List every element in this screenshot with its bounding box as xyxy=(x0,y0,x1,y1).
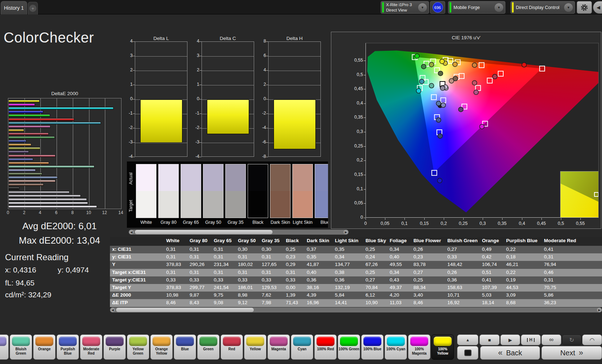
collapse-panel-button[interactable]: ◀ xyxy=(593,1,602,14)
swatch-strip-scrollbar[interactable]: ◀ ▶ xyxy=(129,230,349,235)
new-tab-button[interactable]: + xyxy=(28,2,38,14)
continuous-measure-button[interactable]: ∞ xyxy=(541,334,561,345)
patch-button-purplish-blue[interactable]: Purplish Blue xyxy=(57,334,79,360)
table-cell: 0,22 xyxy=(504,269,542,276)
display-control-button[interactable]: Direct Display Control ▼ xyxy=(510,1,575,14)
table-cell: 3,40 xyxy=(411,292,445,299)
table-cell: 49,55 xyxy=(388,261,411,268)
table-cell: 0,51 xyxy=(480,269,504,276)
gridline xyxy=(135,71,187,71)
table-cell: 0,40 xyxy=(388,253,411,261)
settings-button[interactable] xyxy=(577,1,592,14)
swatch-target xyxy=(248,191,268,218)
next-button[interactable]: Next » xyxy=(541,346,602,360)
target-marker xyxy=(498,71,503,76)
collapse-up-button[interactable]: ▲ xyxy=(457,334,478,345)
patch-button-purple[interactable]: Purple xyxy=(103,334,126,360)
meter-select-button[interactable]: X-Rite i1Pro 3 Direct View ▼ xyxy=(381,1,429,14)
table-cell: 0,31 xyxy=(187,253,212,261)
patch-button-bluish-green[interactable]: Bluish Green xyxy=(10,334,32,360)
scroll-left-icon[interactable]: ◀ xyxy=(110,308,115,312)
chevron-down-icon[interactable]: ▼ xyxy=(418,3,427,12)
table-cell: 0,00 xyxy=(284,284,305,292)
swatch-name: Gray 50 xyxy=(203,220,223,225)
table-cell: 4,20 xyxy=(388,292,411,299)
patch-button-yellow-green[interactable]: Yellow Green xyxy=(127,334,149,360)
patch-button-yellow[interactable]: Yellow xyxy=(244,334,266,360)
table-cell: 0,36 xyxy=(445,276,480,284)
chevron-down-icon[interactable]: ▼ xyxy=(564,3,573,12)
measured-marker xyxy=(492,74,497,79)
table-cell: 0,27 xyxy=(411,269,445,276)
patch-button-blue[interactable]: Blue xyxy=(174,334,196,360)
tick-mark xyxy=(266,128,268,128)
pattern-window-button[interactable] xyxy=(457,346,478,360)
patch-button-100-red[interactable]: 100% Red xyxy=(314,334,337,360)
cie-xtick: 0,25 xyxy=(455,221,471,226)
back-button[interactable]: « Back xyxy=(480,346,540,360)
cie-xtick: 0,45 xyxy=(534,221,549,226)
pattern-source-button[interactable]: Mobile Forge ▼ xyxy=(448,1,505,14)
delta-ytick: -1 xyxy=(187,111,199,116)
gear-icon xyxy=(580,4,588,12)
table-row: Y378,83290,26231,34180,02127,650,2941,87… xyxy=(110,261,602,268)
table-cell: 70,75 xyxy=(542,284,602,292)
delta-chart-delta-c xyxy=(202,41,254,157)
table-cell: 44,53 xyxy=(504,284,542,292)
patch-button-100-yellow[interactable]: 100% Yellow xyxy=(431,334,454,360)
deltae-xtick: 10 xyxy=(83,210,94,215)
source-status-bar xyxy=(450,2,451,13)
patch-button-100-blue[interactable]: 100% Blue xyxy=(361,334,384,360)
cie-ytick: 0,05 xyxy=(348,200,363,205)
target-marker xyxy=(479,63,484,68)
patch-button-100-magenta[interactable]: 100% Magenta xyxy=(408,334,430,360)
tick-mark xyxy=(364,117,366,118)
patch-button-orange[interactable]: Orange xyxy=(33,334,56,360)
tab-history-1[interactable]: History 1 xyxy=(1,1,27,14)
patch-button-red[interactable]: Red xyxy=(221,334,243,360)
patch-button-100-green[interactable]: 100% Green xyxy=(338,334,360,360)
patch-color xyxy=(35,337,53,346)
cie-title: CIE 1976 u'v' xyxy=(331,35,601,40)
meter-status-bar xyxy=(382,2,384,13)
deltae-xtick: 2 xyxy=(19,210,30,215)
delta-ytick: 3 xyxy=(187,53,199,58)
delta-ytick: 1 xyxy=(187,82,199,87)
current-reading-label: Current Reading xyxy=(5,252,68,262)
table-scrollbar[interactable]: ◀ ▶ xyxy=(110,307,602,312)
measured-marker xyxy=(416,89,421,93)
patch-button-green[interactable]: Green xyxy=(197,334,220,360)
scroll-left-icon[interactable]: ◀ xyxy=(129,230,134,234)
patch-color xyxy=(199,337,217,346)
gridline xyxy=(89,98,89,209)
max-de2000: Max dE2000: 13,04 xyxy=(0,235,119,246)
delta-chart-title: Delta L xyxy=(135,36,187,41)
play-button[interactable]: ▶ xyxy=(500,334,520,345)
patch-label: 100% Red xyxy=(315,347,336,351)
scrollbar-thumb[interactable] xyxy=(116,308,254,312)
table-cell: 0,33 xyxy=(236,276,260,284)
chevron-down-icon[interactable]: ▼ xyxy=(495,3,503,12)
table-row-label: Target y:CIE31 xyxy=(110,276,164,284)
meter-count-button[interactable]: 696 xyxy=(430,1,445,14)
scrollbar-thumb[interactable] xyxy=(135,230,273,234)
delta-ytick: 0 xyxy=(254,96,266,101)
patch-label: Yellow Green xyxy=(128,347,149,356)
table-cell: 378,83 xyxy=(164,284,187,292)
scroll-right-icon[interactable]: ▶ xyxy=(344,230,348,234)
stop-button[interactable]: ■ xyxy=(479,334,500,345)
refresh-button[interactable]: ↻ xyxy=(562,334,581,345)
patch-button-cyan[interactable]: Cyan xyxy=(291,334,313,360)
table-row-label: ΔE 2000 xyxy=(110,292,164,299)
patch-color xyxy=(270,337,288,346)
patch-button-orange-yellow[interactable]: Orange Yellow xyxy=(150,334,173,360)
dial-button[interactable]: ◠ xyxy=(582,334,602,345)
patch-button-moderate-red[interactable]: Moderate Red xyxy=(80,334,102,360)
patch-button-100-cyan[interactable]: 100% Cyan xyxy=(385,334,407,360)
scroll-right-icon[interactable]: ▶ xyxy=(597,308,602,312)
table-row-label: Target x:CIE31 xyxy=(110,269,164,276)
tick-mark xyxy=(133,99,135,99)
series-measure-button[interactable]: H xyxy=(521,334,541,345)
patch-button-er[interactable]: er xyxy=(0,334,9,360)
patch-button-magenta[interactable]: Magenta xyxy=(267,334,290,360)
